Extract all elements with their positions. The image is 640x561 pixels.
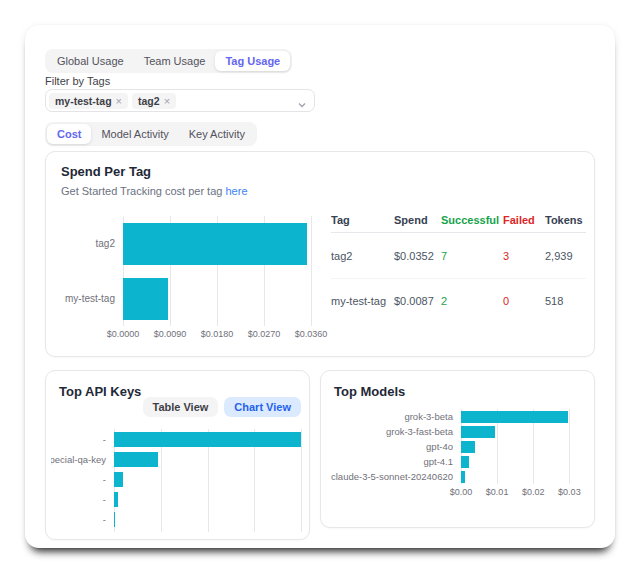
tab-tag-usage[interactable]: Tag Usage <box>215 51 290 71</box>
tab-model-activity[interactable]: Model Activity <box>91 124 178 144</box>
spend_per_tag-bar <box>123 278 168 320</box>
remove-tag-icon[interactable]: × <box>116 96 122 106</box>
models-card-title: Top Models <box>334 384 405 399</box>
top_api_keys-row: - <box>51 489 301 509</box>
tag-filter-select[interactable]: my-test-tag × tag2 × <box>45 89 315 112</box>
gridline <box>311 216 312 326</box>
top_models-bar <box>461 441 475 453</box>
top_api_keys-row: - <box>51 429 301 449</box>
tag-chip[interactable]: my-test-tag × <box>49 93 128 109</box>
spend-per-tag-card: Spend Per Tag Get Started Tracking cost … <box>45 151 595 357</box>
top_api_keys-category-label: - <box>51 474 114 485</box>
tab-cost[interactable]: Cost <box>47 124 91 144</box>
top_api_keys-row: - <box>51 469 301 489</box>
top_models-bar <box>461 456 469 468</box>
tag-chip[interactable]: tag2 × <box>132 93 176 109</box>
spend_per_tag-tick-label: $0.0000 <box>107 329 140 339</box>
top_api_keys-category-label: - <box>51 494 114 505</box>
top_models-category-label: gpt-4.1 <box>326 456 461 467</box>
cell-tokens: 2,939 <box>545 250 586 262</box>
top_api_keys-track <box>114 492 301 507</box>
cell-failed: 0 <box>503 295 545 307</box>
top_api_keys-category-label: pecial-qa-key <box>51 454 114 465</box>
spend-table: Tag Spend Successful Failed Tokens tag2 … <box>331 207 586 323</box>
cell-successful: 2 <box>441 295 503 307</box>
main-panel: Global Usage Team Usage Tag Usage Filter… <box>25 25 615 548</box>
top-api-keys-card: Top API Keys Table View Chart View -peci… <box>45 370 310 540</box>
top_models-bar <box>461 411 568 423</box>
cell-failed: 3 <box>503 250 545 262</box>
tag-chip-label: my-test-tag <box>55 95 112 107</box>
top_models-tick-label: $0.00 <box>450 487 473 497</box>
top_models-row: grok-3-beta <box>326 409 573 424</box>
cell-tag: my-test-tag <box>331 295 394 307</box>
top_models-row: claude-3-5-sonnet-20240620 <box>326 469 573 484</box>
top-models-card: Top Models grok-3-betagrok-3-fast-betagp… <box>320 370 595 528</box>
top_models-x-axis: $0.00$0.01$0.02$0.03 <box>461 487 573 501</box>
top_api_keys-row: pecial-qa-key <box>51 449 301 469</box>
top_models-tick-label: $0.01 <box>486 487 509 497</box>
top_models-category-label: gpt-4o <box>326 441 461 452</box>
top_api_keys-track <box>114 512 301 527</box>
spend_per_tag-category-label: my-test-tag <box>54 293 123 304</box>
top_models-tick-label: $0.02 <box>522 487 545 497</box>
cell-tag: tag2 <box>331 250 394 262</box>
spend-table-header: Tag Spend Successful Failed Tokens <box>331 207 586 233</box>
cell-spend: $0.0352 <box>394 250 441 262</box>
top_api_keys-bar <box>114 452 158 467</box>
top-api-keys-chart: -pecial-qa-key--- <box>51 429 301 529</box>
top_api_keys-track <box>114 452 301 467</box>
cell-successful: 7 <box>441 250 503 262</box>
view-tabbar: Cost Model Activity Key Activity <box>45 122 257 146</box>
spend_per_tag-tick-label: $0.0270 <box>248 329 281 339</box>
spend_per_tag-row: tag2 <box>54 216 311 271</box>
filter-by-tags-label: Filter by Tags <box>45 75 110 87</box>
top_models-tick-label: $0.03 <box>558 487 581 497</box>
top_models-track <box>461 426 573 438</box>
col-successful: Successful <box>441 214 503 226</box>
spend-per-tag-chart: tag2my-test-tag$0.0000$0.0090$0.0180$0.0… <box>54 216 311 343</box>
top_api_keys-bar <box>114 512 115 527</box>
cell-tokens: 518 <box>545 295 586 307</box>
remove-tag-icon[interactable]: × <box>164 96 170 106</box>
spend_per_tag-category-label: tag2 <box>54 238 123 249</box>
top_models-category-label: grok-3-fast-beta <box>326 426 461 437</box>
top_api_keys-bar <box>114 492 118 507</box>
spend_per_tag-tick-label: $0.0090 <box>154 329 187 339</box>
table-row: my-test-tag $0.0087 2 0 518 <box>331 278 586 323</box>
col-spend: Spend <box>394 214 441 226</box>
top_models-track <box>461 471 573 483</box>
top_models-track <box>461 441 573 453</box>
top_models-track <box>461 456 573 468</box>
top_models-bar <box>461 471 465 483</box>
col-tag: Tag <box>331 214 394 226</box>
spend_per_tag-track <box>123 278 311 320</box>
tab-key-activity[interactable]: Key Activity <box>179 124 255 144</box>
view-toggle: Table View Chart View <box>143 397 302 417</box>
col-tokens: Tokens <box>545 214 586 226</box>
col-failed: Failed <box>503 214 545 226</box>
top_models-row: gpt-4.1 <box>326 454 573 469</box>
tab-global-usage[interactable]: Global Usage <box>47 51 134 71</box>
top_api_keys-category-label: - <box>51 434 114 445</box>
tab-team-usage[interactable]: Team Usage <box>134 51 216 71</box>
tracking-docs-link[interactable]: here <box>225 185 247 197</box>
spend_per_tag-row: my-test-tag <box>54 271 311 326</box>
spend_per_tag-tick-label: $0.0180 <box>201 329 234 339</box>
chevron-down-icon <box>297 96 307 114</box>
cell-spend: $0.0087 <box>394 295 441 307</box>
spend_per_tag-tick-label: $0.0360 <box>295 329 328 339</box>
gridline <box>301 429 302 532</box>
table-row: tag2 $0.0352 7 3 2,939 <box>331 233 586 278</box>
spend-card-title: Spend Per Tag <box>61 164 151 179</box>
chart-view-button[interactable]: Chart View <box>224 397 301 417</box>
top_models-category-label: grok-3-beta <box>326 411 461 422</box>
top_api_keys-bar <box>114 472 123 487</box>
table-view-button[interactable]: Table View <box>143 397 219 417</box>
top_api_keys-track <box>114 472 301 487</box>
tag-chip-label: tag2 <box>138 95 160 107</box>
top_models-track <box>461 411 573 423</box>
top_api_keys-row: - <box>51 509 301 529</box>
spend_per_tag-bar <box>123 223 307 265</box>
api-keys-card-title: Top API Keys <box>59 384 141 399</box>
